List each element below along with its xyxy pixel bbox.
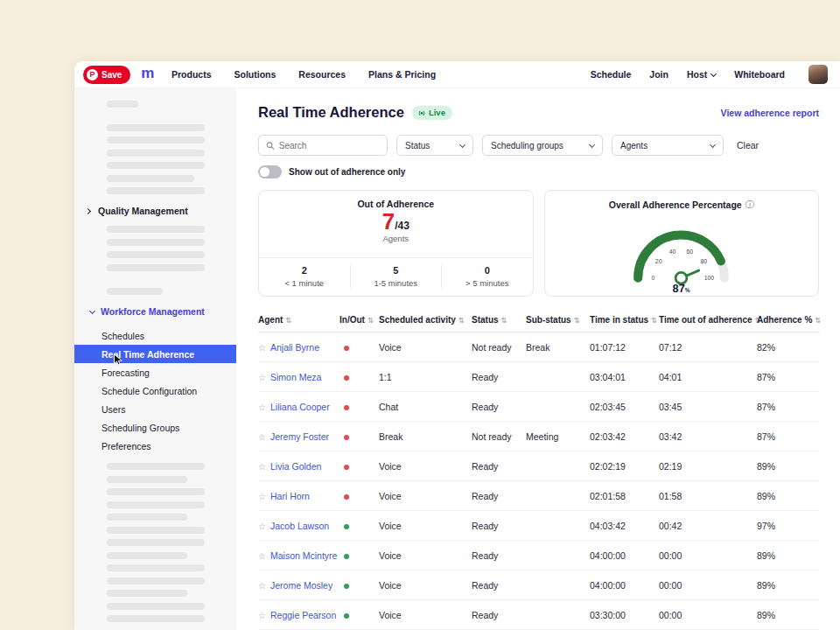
skeleton-bar (107, 187, 205, 194)
star-icon[interactable]: ☆ (258, 373, 266, 382)
agent-name-link[interactable]: Jeremy Foster (270, 431, 329, 442)
column-header-sub-status[interactable]: Sub-status⇅ (526, 308, 590, 332)
agent-name-link[interactable]: Livia Golden (270, 461, 321, 472)
out-of-adherence-title: Out of Adherence (357, 199, 434, 209)
column-header-adherence[interactable]: Adherence %⇅ (757, 308, 820, 332)
inout-status-dot (344, 465, 349, 470)
adherence-percent-cell: 89% (757, 481, 820, 511)
sidebar-item-users[interactable]: Users (74, 400, 236, 418)
nav-item-resources[interactable]: Resources (298, 69, 346, 80)
agents-unit-label: Agents (382, 234, 409, 243)
breakdown-label: 1-5 minutes (351, 278, 442, 288)
column-label: Time out of adherence (659, 315, 752, 325)
overall-adherence-title-text: Overall Adherence Percentage (609, 200, 742, 210)
skeleton-bar (107, 124, 205, 131)
agent-name-link[interactable]: Liliana Cooper (270, 402, 330, 412)
column-header-status[interactable]: Status⇅ (472, 308, 526, 332)
nav-item-products[interactable]: Products (172, 69, 212, 80)
agent-name-link[interactable]: Hari Horn (270, 491, 310, 501)
view-adherence-report-link[interactable]: View adherence report (721, 108, 819, 118)
sidebar-item-workforce-management[interactable]: Workforce Management (74, 301, 236, 322)
star-icon[interactable]: ☆ (258, 432, 266, 442)
sidebar-item-scheduling-groups[interactable]: Scheduling Groups (74, 418, 236, 437)
sub-status-cell: Break (526, 332, 590, 362)
status-cell: Ready (472, 481, 526, 511)
sidebar-item-forecasting[interactable]: Forecasting (74, 363, 236, 382)
table-row: ☆Hari HornVoiceReady02:01:5801:5889% (258, 481, 820, 511)
agent-name-link[interactable]: Jacob Lawson (270, 521, 329, 531)
skeleton-bar (107, 162, 205, 169)
agent-name-link[interactable]: Simon Meza (270, 372, 321, 382)
time-in-status-cell: 02:02:19 (590, 452, 659, 481)
miro-logo[interactable]: m (141, 65, 154, 82)
agent-name-link[interactable]: Jerome Mosley (270, 580, 332, 591)
star-icon[interactable]: ☆ (258, 462, 266, 472)
column-header-in-out[interactable]: In/Out⇅ (340, 308, 379, 332)
star-icon[interactable]: ☆ (258, 522, 266, 531)
inout-status-dot (344, 435, 349, 440)
column-header-scheduled-activity[interactable]: Scheduled activity⇅ (379, 308, 472, 332)
inout-cell (340, 570, 379, 600)
search-box[interactable] (258, 135, 388, 156)
nav-item-solutions[interactable]: Solutions (234, 69, 276, 80)
inout-status-dot (344, 584, 349, 589)
inout-cell (340, 332, 379, 362)
status-select[interactable]: Status (396, 135, 473, 156)
skeleton-bar (107, 615, 205, 622)
out-of-adherence-toggle[interactable] (258, 165, 282, 178)
sub-status-cell (526, 481, 590, 511)
scheduled-activity-cell: Chat (379, 392, 472, 422)
user-avatar[interactable] (808, 65, 828, 84)
scheduling-groups-select[interactable]: Scheduling groups (482, 135, 603, 156)
agent-name-link[interactable]: Reggie Pearson (270, 610, 336, 620)
star-icon[interactable]: ☆ (258, 551, 266, 561)
chevron-down-icon (89, 307, 95, 313)
column-label: Sub-status (526, 315, 571, 325)
star-icon[interactable]: ☆ (258, 581, 266, 591)
broadcast-icon (417, 108, 426, 116)
secondary-nav: ScheduleJoinHostWhiteboard (591, 69, 785, 80)
status-select-label: Status (405, 141, 430, 150)
nav-item-whiteboard[interactable]: Whiteboard (734, 69, 785, 80)
star-icon[interactable]: ☆ (258, 611, 266, 620)
column-header-agent[interactable]: Agent⇅ (258, 308, 340, 332)
nav-item-plans-pricing[interactable]: Plans & Pricing (368, 69, 436, 80)
sidebar-item-real-time-adherence[interactable]: Real Time Adherence (74, 345, 236, 363)
adherence-gauge: 87% 020406080100 (609, 211, 753, 294)
breakdown-value: 2 (259, 265, 350, 276)
nav-item-host[interactable]: Host (687, 69, 716, 80)
column-header-time-in-status[interactable]: Time in status⇅ (590, 308, 659, 332)
live-badge-label: Live (429, 108, 445, 117)
agents-select[interactable]: Agents (612, 135, 724, 156)
column-label: Status (472, 315, 499, 325)
inout-cell (340, 452, 379, 481)
star-icon[interactable]: ☆ (258, 343, 266, 353)
skeleton-bar (107, 150, 205, 157)
table-row: ☆Reggie PearsonVoiceReady03:30:0000:0089… (258, 600, 820, 630)
scheduled-activity-cell: Voice (379, 600, 472, 630)
search-input[interactable] (279, 141, 380, 150)
star-icon[interactable]: ☆ (258, 492, 266, 501)
skeleton-bar (107, 264, 205, 271)
sidebar-item-quality-management[interactable]: Quality Management (74, 200, 236, 221)
column-header-time-out-of-adherence[interactable]: Time out of adherence⇅ (659, 308, 757, 332)
agent-cell: ☆Jerome Mosley (258, 570, 340, 600)
sidebar-item-schedule-configuration[interactable]: Schedule Configuration (74, 382, 236, 400)
agent-name-link[interactable]: Anjali Byrne (270, 342, 319, 353)
star-icon[interactable]: ☆ (258, 402, 266, 412)
time-out-of-adherence-cell: 03:45 (659, 392, 757, 422)
clear-filters-link[interactable]: Clear (737, 140, 759, 150)
sidebar-item-preferences[interactable]: Preferences (74, 437, 236, 455)
skeleton-bar (107, 527, 205, 534)
pinterest-save-button[interactable]: P Save (83, 66, 130, 84)
info-icon[interactable]: ⓘ (746, 199, 754, 211)
sidebar-item-schedules[interactable]: Schedules (74, 326, 236, 345)
table-row: ☆Livia GoldenVoiceReady02:02:1902:1989% (258, 452, 820, 481)
status-cell: Ready (472, 600, 526, 630)
table-row: ☆Jacob LawsonVoiceReady04:03:4200:4297% (258, 511, 820, 541)
nav-item-join[interactable]: Join (649, 69, 668, 80)
nav-item-schedule[interactable]: Schedule (591, 69, 632, 80)
agent-name-link[interactable]: Maison Mcintyre (270, 550, 337, 561)
inout-cell (340, 481, 379, 511)
scheduled-activity-cell: Voice (379, 570, 472, 600)
